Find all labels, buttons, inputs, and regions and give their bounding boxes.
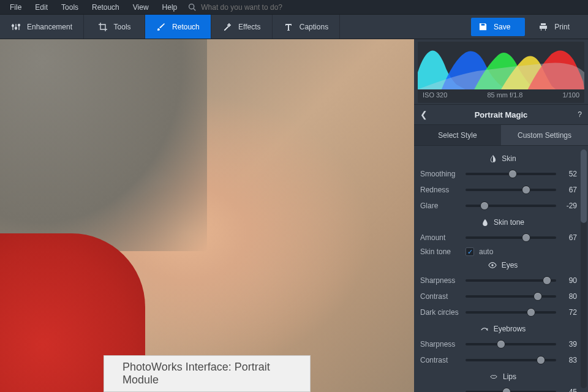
tab-tools[interactable]: Tools bbox=[84, 15, 145, 39]
slider-value: 80 bbox=[561, 292, 577, 301]
tab-label: Captions bbox=[300, 23, 328, 31]
subtab-select-style[interactable]: Select Style bbox=[414, 125, 501, 146]
scrollbar-thumb[interactable] bbox=[581, 149, 587, 223]
hist-shutter: 1/100 bbox=[562, 91, 579, 99]
slider-value: 67 bbox=[561, 233, 577, 242]
slider-label: Glare bbox=[420, 202, 461, 210]
subtab-custom-settings[interactable]: Custom Settings bbox=[501, 125, 588, 146]
slider-thumb[interactable] bbox=[480, 202, 489, 210]
slider-thumb[interactable] bbox=[508, 170, 517, 178]
print-label: Print bbox=[554, 23, 570, 31]
search-input[interactable] bbox=[201, 3, 311, 12]
section-head-eyebrows: Eyebrows bbox=[420, 325, 586, 333]
slider-value: 39 bbox=[561, 340, 577, 349]
panel-header: ❮ Portrait Magic ? bbox=[414, 104, 588, 125]
slider-track[interactable] bbox=[466, 279, 556, 282]
save-button[interactable]: Save bbox=[471, 18, 525, 36]
slider-value: -29 bbox=[561, 202, 577, 210]
menu-help[interactable]: Help bbox=[156, 1, 184, 13]
settings-scroll: SkinSmoothing52Redness67Glare-29Skin ton… bbox=[414, 146, 588, 392]
slider-thumb[interactable] bbox=[537, 356, 545, 364]
sliders-icon bbox=[11, 22, 21, 32]
tab-label: Retouch bbox=[172, 23, 200, 31]
section-head-skin: Skin bbox=[420, 154, 586, 163]
section-title: Lips bbox=[503, 372, 516, 381]
checkbox-row-skin-tone: Skin toneauto bbox=[420, 247, 586, 256]
slider-track[interactable] bbox=[466, 189, 556, 191]
slider-glare: Glare-29 bbox=[420, 198, 577, 213]
menu-edit[interactable]: Edit bbox=[29, 1, 54, 13]
svg-point-0 bbox=[189, 4, 194, 9]
svg-point-5 bbox=[15, 27, 17, 29]
slider-track[interactable] bbox=[466, 343, 556, 345]
slider-label: Sharpness bbox=[420, 340, 461, 349]
slider-thumb[interactable] bbox=[502, 388, 511, 392]
slider-label: Sharpness bbox=[420, 276, 461, 285]
wand-icon bbox=[222, 22, 232, 32]
slider-sharpness: Sharpness39 bbox=[420, 337, 577, 352]
main: PhotoWorks Interface: Portrait Module IS… bbox=[0, 39, 588, 392]
slider-label: Contrast bbox=[420, 356, 461, 364]
panel-title: Portrait Magic bbox=[475, 110, 528, 119]
svg-point-8 bbox=[491, 264, 494, 266]
help-button[interactable]: ? bbox=[578, 110, 582, 119]
slider-track[interactable] bbox=[466, 173, 556, 175]
slider-label: Contrast bbox=[420, 292, 461, 301]
slider-track[interactable] bbox=[466, 359, 556, 361]
section-head-skin-tone: Skin tone bbox=[420, 218, 586, 227]
hist-iso: ISO 320 bbox=[423, 91, 447, 99]
slider-track[interactable] bbox=[466, 236, 556, 239]
slider-lips: 45 bbox=[420, 385, 577, 392]
search-icon bbox=[188, 3, 196, 11]
checkbox-text: auto bbox=[479, 247, 493, 256]
slider-sharpness: Sharpness90 bbox=[420, 273, 577, 288]
menu-file[interactable]: File bbox=[4, 1, 28, 13]
slider-value: 45 bbox=[561, 388, 577, 392]
print-button[interactable]: Print bbox=[533, 18, 582, 36]
menu-view[interactable]: View bbox=[127, 1, 155, 13]
slider-value: 67 bbox=[561, 186, 577, 194]
save-label: Save bbox=[494, 23, 510, 31]
tab-label: Enhancement bbox=[27, 23, 72, 31]
print-icon bbox=[538, 22, 548, 32]
slider-track[interactable] bbox=[466, 205, 556, 207]
histogram: ISO 320 85 mm f/1.8 1/100 bbox=[418, 42, 584, 103]
caption-overlay: PhotoWorks Interface: Portrait Module bbox=[104, 355, 311, 392]
slider-thumb[interactable] bbox=[522, 186, 530, 194]
auto-checkbox[interactable] bbox=[466, 247, 474, 256]
slider-amount: Amount67 bbox=[420, 230, 577, 245]
slider-smoothing: Smoothing52 bbox=[420, 167, 577, 181]
eye-icon bbox=[488, 262, 497, 269]
slider-contrast: Contrast80 bbox=[420, 289, 577, 304]
text-icon bbox=[284, 22, 293, 32]
slider-thumb[interactable] bbox=[497, 340, 505, 349]
tab-captions[interactable]: Captions bbox=[273, 15, 340, 39]
menu-tools[interactable]: Tools bbox=[55, 1, 85, 13]
crop-icon bbox=[98, 22, 108, 32]
slider-track[interactable] bbox=[466, 295, 556, 298]
image-canvas[interactable]: PhotoWorks Interface: Portrait Module bbox=[0, 39, 414, 392]
toolbar: Enhancement Tools Retouch Effects Captio… bbox=[0, 15, 588, 39]
back-button[interactable]: ❮ bbox=[420, 110, 428, 119]
slider-thumb[interactable] bbox=[522, 233, 530, 242]
lips-icon bbox=[489, 374, 498, 380]
section-head-eyes: Eyes bbox=[420, 261, 586, 270]
slider-dark-circles: Dark circles72 bbox=[420, 305, 577, 320]
tab-effects[interactable]: Effects bbox=[211, 15, 273, 39]
sidebar: ISO 320 85 mm f/1.8 1/100 ❮ Portrait Mag… bbox=[414, 39, 588, 392]
svg-line-1 bbox=[194, 9, 195, 10]
slider-thumb[interactable] bbox=[543, 276, 551, 285]
section-title: Eyebrows bbox=[494, 325, 526, 333]
tab-enhancement[interactable]: Enhancement bbox=[0, 15, 84, 39]
slider-value: 83 bbox=[561, 356, 577, 364]
tab-retouch[interactable]: Retouch bbox=[145, 15, 211, 39]
svg-point-3 bbox=[12, 24, 14, 26]
menu-retouch[interactable]: Retouch bbox=[86, 1, 126, 13]
brow-icon bbox=[480, 326, 489, 332]
slider-thumb[interactable] bbox=[527, 308, 535, 317]
section-title: Eyes bbox=[502, 261, 518, 270]
slider-redness: Redness67 bbox=[420, 183, 577, 197]
slider-thumb[interactable] bbox=[533, 292, 542, 301]
checkbox-label: Skin tone bbox=[420, 247, 461, 256]
slider-track[interactable] bbox=[466, 311, 556, 314]
